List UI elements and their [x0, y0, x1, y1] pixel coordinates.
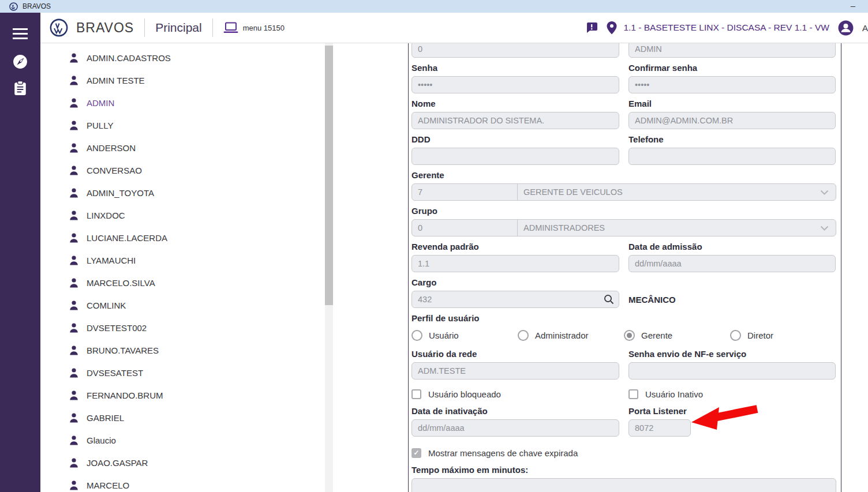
user-icon — [69, 480, 78, 490]
list-item[interactable]: GABRIEL — [40, 407, 325, 429]
admissao-label: Data de admissão — [628, 242, 836, 252]
list-item[interactable]: MARCELO.SILVA — [40, 272, 325, 294]
senha-field[interactable] — [411, 76, 619, 93]
cargo-descricao-label: MECÂNICO — [628, 291, 836, 308]
user-code-field[interactable] — [411, 43, 619, 58]
gerente-name: GERENTE DE VEICULOS — [518, 187, 820, 197]
radio-administrador[interactable]: Administrador — [518, 326, 624, 344]
list-item-label: JOAO.GASPAR — [87, 458, 148, 468]
list-item[interactable]: ANDERSON — [40, 137, 325, 159]
list-item-selected[interactable]: ADMIN — [40, 92, 325, 114]
confirmar-senha-label: Confirmar senha — [628, 63, 836, 73]
porta-listener-field[interactable] — [628, 419, 691, 437]
list-item-label: BRUNO.TAVARES — [87, 345, 159, 355]
list-item[interactable]: Glaucio — [40, 429, 325, 452]
porta-listener-label: Porta Listener — [628, 406, 836, 416]
radio-diretor[interactable]: Diretor — [730, 326, 836, 344]
minimize-button[interactable]: – — [846, 2, 860, 11]
search-icon[interactable] — [604, 294, 614, 305]
senha-nfe-field[interactable] — [628, 362, 836, 380]
admissao-field[interactable] — [628, 255, 836, 272]
window-titlebar: BRAVOS – — [0, 0, 868, 13]
user-icon — [69, 368, 78, 378]
cargo-label: Cargo — [411, 277, 619, 288]
message-alert-icon[interactable] — [585, 21, 598, 34]
logged-user-label: A — [862, 23, 868, 33]
list-item-label: DVSETEST002 — [87, 323, 147, 333]
revenda-field[interactable] — [411, 255, 619, 272]
radio-icon — [730, 330, 741, 341]
location-pin-icon[interactable] — [607, 21, 617, 35]
checkbox-usuario-bloqueado[interactable]: Usuário bloqueado — [411, 387, 619, 401]
user-icon — [69, 211, 78, 220]
telefone-field[interactable] — [628, 148, 836, 165]
grupo-code: 0 — [412, 220, 518, 236]
grupo-select[interactable]: 0 ADMINISTRADORES — [411, 219, 836, 236]
list-item[interactable]: ADMIN TESTE — [40, 69, 325, 92]
sidebar-item-tasks[interactable] — [0, 75, 40, 102]
list-item[interactable]: COMLINK — [40, 294, 325, 317]
list-item[interactable]: FERNANDO.BRUM — [40, 384, 325, 407]
list-item[interactable]: DVSETEST002 — [40, 317, 325, 339]
list-item-label: COMLINK — [87, 301, 126, 310]
list-item-label: LYAMAUCHI — [87, 256, 136, 265]
user-detail-form: Senha Confirmar senha Nome Email DDD Tel… — [408, 43, 841, 492]
ddd-label: DDD — [411, 134, 619, 145]
tempo-maximo-field[interactable] — [411, 478, 836, 492]
user-login-field[interactable] — [628, 43, 836, 58]
nome-label: Nome — [411, 99, 619, 109]
clipboard-icon — [13, 81, 27, 96]
list-item[interactable]: ADMIN_TOYOTA — [40, 182, 325, 204]
sidebar-item-explore[interactable] — [0, 48, 40, 75]
list-item-label: GABRIEL — [87, 413, 124, 423]
list-item-label: ANDERSON — [87, 143, 136, 153]
list-item[interactable]: PULLY — [40, 114, 325, 137]
list-item[interactable]: JOAO.GASPAR — [40, 452, 325, 474]
gerente-code: 7 — [412, 184, 518, 200]
email-field[interactable] — [628, 112, 836, 129]
sidebar — [0, 13, 40, 492]
grupo-name: ADMINISTRADORES — [518, 223, 820, 232]
list-item[interactable]: MARCELO — [40, 474, 325, 492]
list-item-label: ADMIN_TOYOTA — [87, 188, 154, 198]
radio-gerente[interactable]: Gerente — [624, 326, 730, 344]
list-item[interactable]: LINXDOC — [40, 204, 325, 227]
scrollbar-thumb[interactable] — [325, 46, 333, 305]
checkbox-usuario-inativo[interactable]: Usuário Inativo — [628, 387, 836, 401]
list-item-label: LUCIANE.LACERDA — [87, 233, 167, 243]
user-icon — [69, 76, 78, 85]
list-item-label: LINXDOC — [87, 211, 125, 220]
hamburger-icon — [13, 28, 28, 39]
usuario-rede-field[interactable] — [411, 362, 619, 380]
tempo-maximo-label: Tempo máximo em minutos: — [411, 465, 836, 475]
window-title: BRAVOS — [23, 2, 51, 10]
list-item[interactable]: ADMIN.CADASTROS — [40, 47, 325, 69]
list-item[interactable]: BRUNO.TAVARES — [40, 339, 325, 362]
list-item[interactable]: CONVERSAO — [40, 159, 325, 182]
list-item[interactable]: DVSESATEST — [40, 362, 325, 384]
laptop-icon — [223, 22, 238, 33]
ddd-field[interactable] — [411, 148, 619, 165]
menu-shortcut[interactable]: menu 15150 — [223, 22, 285, 33]
list-scrollbar[interactable] — [325, 43, 333, 492]
list-item[interactable]: LUCIANE.LACERDA — [40, 227, 325, 249]
user-icon — [69, 256, 78, 265]
nome-field[interactable] — [411, 112, 619, 129]
checkbox-mostrar-mensagens[interactable]: Mostrar mensagens de chave expirada — [411, 446, 836, 460]
gerente-select[interactable]: 7 GERENTE DE VEICULOS — [411, 183, 836, 201]
hamburger-menu-button[interactable] — [0, 20, 40, 47]
user-avatar-icon[interactable] — [838, 20, 854, 36]
list-item[interactable]: LYAMAUCHI — [40, 249, 325, 272]
user-icon — [69, 413, 78, 423]
user-icon — [69, 233, 78, 243]
radio-label: Administrador — [535, 330, 589, 340]
radio-usuario[interactable]: Usuário — [411, 326, 518, 344]
user-icon — [69, 166, 78, 175]
inativacao-field[interactable] — [411, 419, 619, 437]
cargo-field[interactable] — [411, 291, 619, 308]
confirmar-senha-field[interactable] — [628, 76, 836, 93]
list-item-label: DVSESATEST — [87, 368, 143, 378]
user-icon — [69, 53, 78, 63]
telefone-label: Telefone — [628, 134, 836, 145]
gerente-label: Gerente — [411, 170, 836, 181]
